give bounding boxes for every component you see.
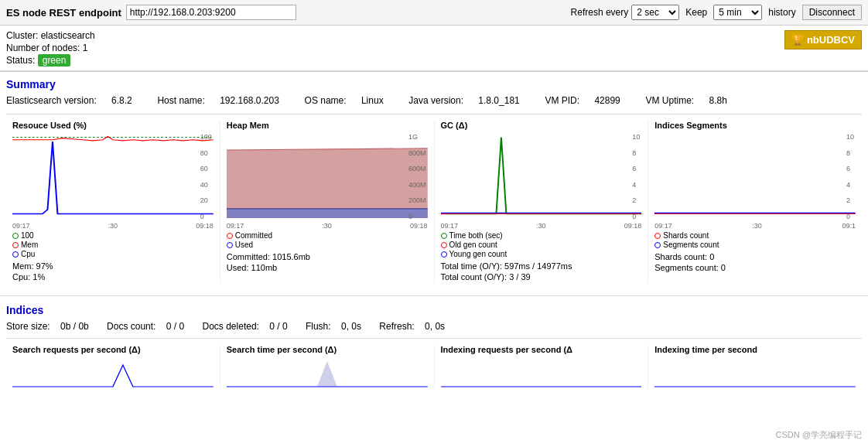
heap-chart-svg: [227, 133, 428, 218]
heap-x-axis: 09:17:3009:18: [227, 222, 428, 230]
resource-chart-title: Resouce Used (%): [12, 121, 214, 130]
cluster-name-label: Cluster:: [6, 30, 38, 41]
es-version-label: Elasticsearch version:: [6, 95, 97, 106]
index-time-area: [654, 357, 856, 388]
status-badge: green: [38, 54, 71, 67]
summary-charts: Resouce Used (%) 100806040200: [6, 114, 862, 283]
java-label: Java version:: [408, 95, 463, 106]
uptime-value: 8.8h: [709, 95, 727, 106]
legend-dot-100: [12, 233, 19, 239]
segments-x-axis: 09:17:3009:1: [654, 222, 856, 230]
summary-meta: Elasticsearch version: 6.8.2 Host name: …: [6, 95, 862, 106]
search-time-chart: Search time per second (Δ): [220, 345, 435, 388]
search-time-title: Search time per second (Δ): [227, 345, 428, 354]
summary-section: Summary Elasticsearch version: 6.8.2 Hos…: [0, 72, 868, 291]
gc-chart-title: GC (Δ): [441, 121, 642, 130]
cluster-name-value: elasticsearch: [41, 30, 95, 41]
legend-mem: Mem: [12, 241, 214, 249]
header: ES node REST endpoint Refresh every 2 se…: [0, 0, 868, 26]
logo-block: 🏆 nbUDBCV: [784, 30, 862, 49]
resource-x-axis: 09:17:3009:18: [12, 222, 214, 230]
cluster-name-row: Cluster: elasticsearch: [6, 30, 769, 41]
endpoint-input[interactable]: [126, 5, 296, 20]
history-button[interactable]: history: [768, 7, 795, 18]
summary-title[interactable]: Summary: [6, 78, 862, 90]
docs-label: Docs count:: [107, 321, 155, 332]
search-req-title: Search requests per second (Δ): [12, 345, 214, 354]
legend-committed: Committed: [227, 231, 428, 240]
nodes-label: Number of nodes:: [6, 43, 80, 53]
summary-indices-divider: [0, 295, 868, 296]
resource-stats: Mem: 97% Cpu: 1%: [12, 261, 214, 282]
cluster-details: Cluster: elasticsearch Number of nodes: …: [6, 30, 769, 67]
refresh-label: Refresh every: [571, 7, 629, 18]
heap-legend: Committed Used: [227, 231, 428, 249]
logo-text: nbUDBCV: [807, 34, 855, 46]
refresh-value: 0, 0s: [425, 321, 445, 332]
legend-dot-used: [227, 242, 233, 248]
cluster-info: Cluster: elasticsearch Number of nodes: …: [0, 26, 868, 71]
es-label: ES node REST endpoint: [6, 7, 121, 19]
segments-chart-block: Indices Segments 1086420 09:17:3009:1: [648, 121, 862, 283]
gc-time-stat: Total time (O/Y): 597ms / 14977ms: [441, 261, 642, 271]
search-req-chart: Search requests per second (Δ): [6, 345, 220, 388]
index-time-chart: Indexing time per second: [648, 345, 862, 388]
resource-legend: 100 Mem Cpu: [12, 231, 214, 258]
uptime-label: VM Uptime:: [645, 95, 694, 106]
deleted-label: Docs deleted:: [203, 321, 259, 332]
indices-title[interactable]: Indices: [6, 304, 862, 316]
indices-section: Indices Store size: 0b / 0b Docs count: …: [0, 301, 868, 391]
cpu-stat: Cpu: 1%: [12, 272, 214, 282]
legend-young-gen: Young gen count: [441, 250, 642, 258]
gc-x-axis: 09:17:3009:18: [441, 222, 642, 230]
search-req-area: [12, 357, 214, 388]
host-label: Host name:: [157, 95, 204, 106]
cluster-nodes-row: Number of nodes: 1: [6, 43, 769, 53]
flush-label: Flush:: [306, 321, 331, 332]
refresh-select[interactable]: 2 sec 1 sec 5 sec 10 sec: [631, 5, 679, 20]
resource-chart-svg: [12, 133, 214, 218]
os-label: OS name:: [305, 95, 347, 106]
gc-legend: Time both (sec) Old gen count Young gen …: [441, 231, 642, 258]
segments-stats: Shards count: 0 Segments count: 0: [654, 252, 856, 272]
legend-used: Used: [227, 241, 428, 249]
gc-chart-svg: [441, 133, 642, 218]
keep-label: Keep: [685, 7, 707, 18]
used-stat: Used: 110mb: [227, 263, 428, 272]
pid-label: VM PID:: [545, 95, 579, 106]
legend-dot-committed: [227, 233, 233, 239]
mem-stat: Mem: 97%: [12, 261, 214, 271]
cluster-status-row: Status: green: [6, 55, 769, 66]
legend-cpu: Cpu: [12, 250, 214, 258]
flush-value: 0, 0s: [341, 321, 361, 332]
docs-value: 0 / 0: [166, 321, 184, 332]
deleted-value: 0 / 0: [269, 321, 287, 332]
shards-stat: Shards count: 0: [654, 252, 856, 261]
index-req-chart: Indexing requests per second (Δ: [435, 345, 649, 388]
store-value: 0b / 0b: [60, 321, 89, 332]
indices-charts: Search requests per second (Δ) Search ti…: [6, 338, 862, 388]
status-label: Status:: [6, 55, 35, 66]
search-req-svg: [12, 357, 214, 388]
disconnect-button[interactable]: Disconnect: [802, 5, 862, 20]
keep-select[interactable]: 5 min 1 min 2 min 10 min: [713, 5, 762, 20]
legend-dot-shards: [654, 233, 661, 239]
legend-100: 100: [12, 231, 214, 240]
segments-legend: Shards count Segments count: [654, 231, 856, 249]
legend-dot-time: [441, 233, 447, 239]
segments-count-stat: Segments count: 0: [654, 263, 856, 272]
host-value: 192.168.0.203: [220, 95, 279, 106]
heap-stats: Committed: 1015.6mb Used: 110mb: [227, 252, 428, 272]
gc-stats: Total time (O/Y): 597ms / 14977ms Total …: [441, 261, 642, 282]
pid-value: 42899: [594, 95, 620, 106]
heap-chart-block: Heap Mem 1G800M600M400M200M0: [220, 121, 435, 283]
index-req-area: [441, 357, 642, 388]
index-time-title: Indexing time per second: [654, 345, 856, 354]
search-time-area: [227, 357, 428, 388]
legend-dot-segments: [654, 242, 661, 248]
es-version-value: 6.8.2: [111, 95, 132, 106]
legend-time: Time both (sec): [441, 231, 642, 240]
search-time-svg: [227, 357, 428, 388]
java-value: 1.8.0_181: [478, 95, 519, 106]
os-value: Linux: [361, 95, 384, 106]
